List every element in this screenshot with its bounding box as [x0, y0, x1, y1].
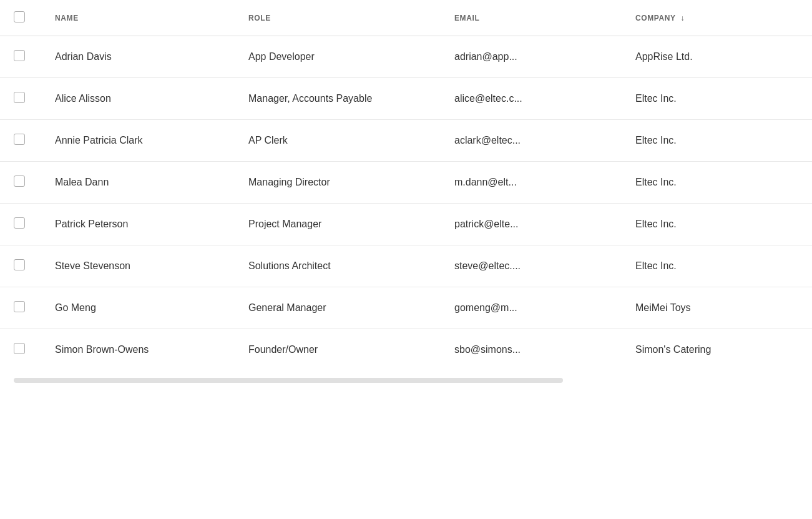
column-email-label: EMAIL — [454, 14, 479, 22]
row-0-role: App Developer — [238, 36, 444, 78]
row-3-company: Eltec Inc. — [625, 162, 812, 204]
table-row: Annie Patricia ClarkAP Clerkaclark@eltec… — [0, 120, 812, 162]
row-7-check-cell — [0, 329, 45, 371]
table-row: Malea DannManaging Directorm.dann@elt...… — [0, 162, 812, 204]
row-7-name: Simon Brown-Owens — [45, 329, 238, 371]
select-all-header[interactable] — [0, 0, 45, 36]
row-7-company: Simon's Catering — [625, 329, 812, 371]
column-role-label: ROLE — [248, 14, 271, 22]
row-0-checkbox[interactable] — [14, 50, 25, 61]
row-7-checkbox[interactable] — [14, 343, 25, 354]
table-row: Simon Brown-OwensFounder/Ownersbo@simons… — [0, 329, 812, 371]
row-3-checkbox[interactable] — [14, 175, 25, 187]
table-header-row: NAME ROLE EMAIL COMPANY ↓ — [0, 0, 812, 36]
column-header-role[interactable]: ROLE — [238, 0, 444, 36]
row-3-name: Malea Dann — [45, 162, 238, 204]
table-row: Go MengGeneral Managergomeng@m...MeiMei … — [0, 287, 812, 329]
row-1-role: Manager, Accounts Payable — [238, 78, 444, 120]
row-6-email: gomeng@m... — [444, 287, 625, 329]
sort-desc-icon: ↓ — [680, 14, 685, 22]
row-3-check-cell — [0, 162, 45, 204]
column-header-name[interactable]: NAME — [45, 0, 238, 36]
row-6-checkbox[interactable] — [14, 301, 25, 312]
table-row: Alice AlissonManager, Accounts Payableal… — [0, 78, 812, 120]
horizontal-scrollbar[interactable] — [0, 370, 812, 390]
row-1-checkbox[interactable] — [14, 92, 25, 103]
row-4-check-cell — [0, 204, 45, 245]
row-0-check-cell — [0, 36, 45, 78]
row-6-check-cell — [0, 287, 45, 329]
column-header-company[interactable]: COMPANY ↓ — [625, 0, 812, 36]
row-4-email: patrick@elte... — [444, 204, 625, 245]
row-1-email: alice@eltec.c... — [444, 78, 625, 120]
row-2-check-cell — [0, 120, 45, 162]
row-6-name: Go Meng — [45, 287, 238, 329]
row-2-company: Eltec Inc. — [625, 120, 812, 162]
row-2-name: Annie Patricia Clark — [45, 120, 238, 162]
contacts-table-container: NAME ROLE EMAIL COMPANY ↓ Adrian DavisAp… — [0, 0, 812, 519]
row-2-role: AP Clerk — [238, 120, 444, 162]
row-2-email: aclark@eltec... — [444, 120, 625, 162]
column-company-label: COMPANY — [635, 14, 675, 22]
row-4-company: Eltec Inc. — [625, 204, 812, 245]
row-5-check-cell — [0, 245, 45, 287]
contacts-table: NAME ROLE EMAIL COMPANY ↓ Adrian DavisAp… — [0, 0, 812, 370]
row-5-email: steve@eltec.... — [444, 245, 625, 287]
row-0-name: Adrian Davis — [45, 36, 238, 78]
row-3-email: m.dann@elt... — [444, 162, 625, 204]
row-6-role: General Manager — [238, 287, 444, 329]
row-2-checkbox[interactable] — [14, 134, 25, 145]
row-0-email: adrian@app... — [444, 36, 625, 78]
table-row: Patrick PetersonProject Managerpatrick@e… — [0, 204, 812, 245]
row-4-checkbox[interactable] — [14, 217, 25, 229]
row-4-name: Patrick Peterson — [45, 204, 238, 245]
row-1-name: Alice Alisson — [45, 78, 238, 120]
row-5-checkbox[interactable] — [14, 259, 25, 270]
column-name-label: NAME — [55, 14, 79, 22]
row-1-company: Eltec Inc. — [625, 78, 812, 120]
row-3-role: Managing Director — [238, 162, 444, 204]
table-row: Adrian DavisApp Developeradrian@app...Ap… — [0, 36, 812, 78]
scrollbar-track[interactable] — [14, 378, 563, 383]
select-all-checkbox[interactable] — [14, 11, 25, 22]
row-7-email: sbo@simons... — [444, 329, 625, 371]
row-7-role: Founder/Owner — [238, 329, 444, 371]
row-4-role: Project Manager — [238, 204, 444, 245]
row-5-company: Eltec Inc. — [625, 245, 812, 287]
row-6-company: MeiMei Toys — [625, 287, 812, 329]
row-1-check-cell — [0, 78, 45, 120]
table-row: Steve StevensonSolutions Architectsteve@… — [0, 245, 812, 287]
row-5-role: Solutions Architect — [238, 245, 444, 287]
row-5-name: Steve Stevenson — [45, 245, 238, 287]
column-header-email[interactable]: EMAIL — [444, 0, 625, 36]
row-0-company: AppRise Ltd. — [625, 36, 812, 78]
